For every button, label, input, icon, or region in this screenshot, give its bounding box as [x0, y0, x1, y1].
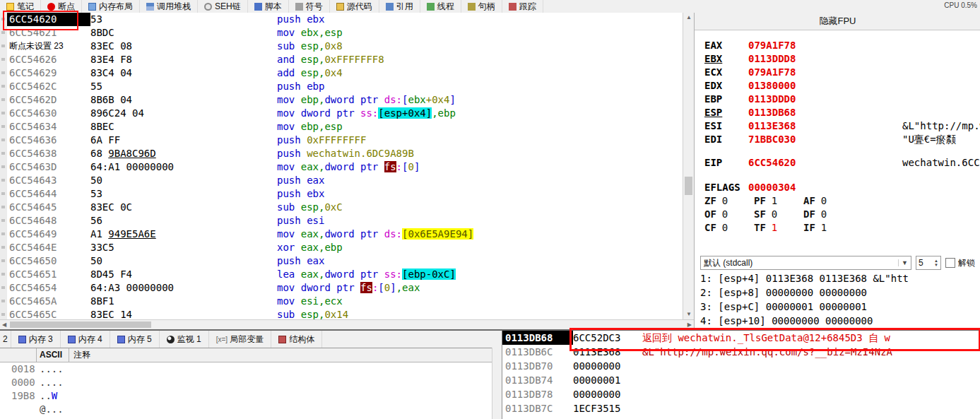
breakpoint-gutter[interactable] — [0, 281, 7, 295]
flag-pf[interactable]: PF1 — [754, 194, 803, 208]
register-row-eflags[interactable]: EFLAGS00000304 — [695, 181, 980, 194]
breakpoint-gutter[interactable] — [0, 160, 7, 174]
register-row[interactable]: EDI71BBC030"U亹€=瘀颣 — [695, 133, 980, 146]
scroll-up-icon[interactable]: ▲ — [683, 13, 695, 23]
dump-vertical-scrollbar[interactable] — [492, 348, 502, 419]
bottom-tab[interactable]: 2 — [0, 331, 11, 348]
breakpoint-gutter[interactable] — [0, 228, 7, 241]
flag-zf[interactable]: ZF0 — [704, 194, 754, 208]
bottom-tab[interactable]: 内存 3 — [11, 331, 61, 348]
disasm-row[interactable]: 6CC5462983C4 04add esp,0x4 — [0, 66, 683, 80]
register-value[interactable]: 01380000 — [748, 79, 902, 93]
arg-count-spinner[interactable]: 5 ▲▼ — [916, 256, 941, 270]
register-value[interactable]: 00000304 — [748, 181, 902, 194]
flag-sf[interactable]: SF0 — [754, 208, 803, 221]
breakpoint-gutter[interactable] — [0, 93, 7, 107]
argument-row[interactable]: 2: [esp+8] 00000000 00000000 — [695, 285, 980, 300]
disasm-row[interactable]: 6CC5464350push eax — [0, 174, 683, 187]
register-value[interactable]: 0113E368 — [748, 119, 902, 133]
toolbar-tab[interactable]: 跟踪 — [502, 0, 543, 13]
register-value[interactable]: 6CC54620 — [748, 156, 902, 170]
bottom-tab[interactable]: 内存 4 — [61, 331, 110, 348]
breakpoint-gutter[interactable] — [0, 295, 7, 308]
dump-row[interactable]: 0000.... — [0, 376, 502, 389]
stack-row[interactable]: 0113DB686CC52DC3返回到 wechatwin._TlsGetDat… — [502, 331, 980, 345]
flag-of[interactable]: OF0 — [704, 208, 754, 221]
dump-row[interactable]: @... — [0, 403, 502, 416]
dump-row[interactable]: 0018.... — [0, 362, 502, 376]
toolbar-tab[interactable]: 引用 — [379, 0, 420, 13]
stack-row[interactable]: 0113DB8071B5C030 — [502, 415, 980, 419]
calling-convention-select[interactable]: 默认 (stdcall) ▼ — [700, 256, 911, 270]
breakpoint-gutter[interactable] — [0, 187, 7, 201]
register-row[interactable]: ESI0113E368&L"http://mp.wei — [695, 119, 980, 133]
breakpoint-gutter[interactable] — [0, 201, 7, 214]
stack-row[interactable]: 0113DB7000000000 — [502, 359, 980, 373]
disasm-row[interactable]: 6CC5462683E4 F8and esp,0xFFFFFFF8 — [0, 53, 683, 66]
disasm-vertical-scrollbar[interactable]: ▲ ▼ — [683, 13, 695, 319]
flag-af[interactable]: AF0 — [803, 194, 853, 208]
breakpoint-gutter[interactable] — [0, 147, 7, 160]
breakpoint-gutter[interactable] — [0, 241, 7, 254]
hide-fpu-button[interactable]: 隐藏FPU — [695, 13, 980, 30]
breakpoint-gutter[interactable] — [0, 120, 7, 134]
breakpoint-gutter[interactable] — [0, 66, 7, 80]
register-row[interactable]: EDX01380000 — [695, 79, 980, 93]
scroll-down-icon[interactable]: ▼ — [683, 309, 695, 319]
breakpoint-gutter[interactable] — [0, 254, 7, 268]
register-row-eip[interactable]: EIP6CC54620wechatwin.6CC546 — [695, 156, 980, 170]
flag-tf[interactable]: TF1 — [754, 221, 803, 235]
flag-df[interactable]: DF0 — [803, 208, 853, 221]
disasm-row[interactable]: 6CC546366A FFpush 0xFFFFFFFF — [0, 134, 683, 147]
checkbox-icon[interactable] — [945, 258, 955, 268]
breakpoint-gutter[interactable] — [0, 308, 7, 319]
disasm-row[interactable]: 6CC5462053push ebx — [0, 13, 683, 26]
breakpoint-gutter[interactable] — [0, 40, 7, 53]
bottom-tab[interactable]: 内存 5 — [110, 331, 160, 348]
toolbar-tab[interactable]: 脚本 — [248, 0, 289, 13]
disasm-horizontal-scrollbar[interactable]: ◀ ▶ — [0, 319, 694, 330]
disasm-row[interactable]: 6CC546348BECmov ebp,esp — [0, 120, 683, 134]
disasm-row[interactable]: 6CC5462D8B6B 04mov ebp,dword ptr ds:[ebx… — [0, 93, 683, 107]
flag-if[interactable]: IF1 — [803, 221, 853, 235]
argument-row[interactable]: 1: [esp+4] 0113E368 0113E368 &L"htt — [695, 271, 980, 285]
disasm-row[interactable]: 6CC546518D45 F4lea eax,dword ptr ss:[ebp… — [0, 268, 683, 281]
register-row[interactable]: EAX079A1F78 — [695, 39, 980, 52]
disasm-row[interactable]: 6CC5465050push eax — [0, 254, 683, 268]
breakpoint-gutter[interactable] — [0, 13, 7, 26]
stack-row[interactable]: 0113DB7800000000 — [502, 387, 980, 401]
bottom-tab[interactable]: 结构体 — [271, 331, 322, 348]
toolbar-tab[interactable]: 符号 — [289, 0, 330, 13]
disasm-row[interactable]: 6CC5465464:A3 00000000mov dword ptr fs:[… — [0, 281, 683, 295]
register-row[interactable]: ECX079A1F78 — [695, 66, 980, 79]
dump-row[interactable]: 19B8..W — [0, 389, 502, 403]
scrollbar-thumb[interactable] — [685, 177, 692, 195]
spinner-arrows-icon[interactable]: ▲▼ — [934, 259, 938, 267]
disasm-row[interactable]: 6CC5464453push ebx — [0, 187, 683, 201]
toolbar-tab[interactable]: 线程 — [420, 0, 461, 13]
toolbar-tab[interactable]: 源代码 — [330, 0, 379, 13]
breakpoint-gutter[interactable] — [0, 26, 7, 40]
disasm-row[interactable]: 6CC5465A8BF1mov esi,ecx — [0, 295, 683, 308]
disasm-row[interactable]: 6CC5463868 9BA8C96Dpush wechatwin.6DC9A8… — [0, 147, 683, 160]
register-value[interactable]: 0113DDD8 — [748, 52, 902, 66]
disasm-row[interactable]: 6CC54649A1 949E5A6Emov eax,dword ptr ds:… — [0, 228, 683, 241]
disasm-row[interactable]: 断点未设置 2383EC 08sub esp,0x8 — [0, 40, 683, 53]
register-value[interactable]: 0113DB68 — [748, 106, 902, 119]
scroll-left-icon[interactable]: ◀ — [2, 321, 6, 328]
bottom-tab[interactable]: 监视 1 — [160, 331, 209, 348]
stack-row[interactable]: 0113DB7400000001 — [502, 373, 980, 387]
register-row[interactable]: ESP0113DB68 — [695, 106, 980, 119]
disasm-row[interactable]: 6CC5464856push esi — [0, 214, 683, 228]
flag-cf[interactable]: CF0 — [704, 221, 754, 235]
register-value[interactable]: 079A1F78 — [748, 66, 902, 79]
toolbar-tab[interactable]: 调用堆栈 — [140, 0, 198, 13]
scrollbar-thumb[interactable] — [10, 321, 151, 328]
unlock-checkbox[interactable]: 解锁 — [945, 257, 975, 269]
toolbar-tab[interactable]: SEH链 — [198, 0, 248, 13]
breakpoint-gutter[interactable] — [0, 268, 7, 281]
register-value[interactable]: 079A1F78 — [748, 39, 902, 52]
disasm-row[interactable]: 6CC5464E33C5xor eax,ebp — [0, 241, 683, 254]
bottom-tab[interactable]: [x=]局部变量 — [209, 331, 271, 348]
register-value[interactable]: 0113DDD0 — [748, 93, 902, 106]
